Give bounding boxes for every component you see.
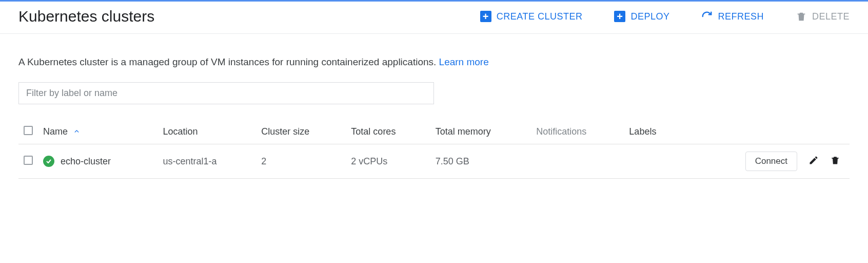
description-text: A Kubernetes cluster is a managed group … <box>18 57 439 67</box>
column-labels[interactable]: Labels <box>624 120 681 144</box>
column-name[interactable]: Name <box>38 120 157 144</box>
column-total-memory[interactable]: Total memory <box>430 120 531 144</box>
select-all-checkbox[interactable] <box>24 126 33 135</box>
table-row: echo-cluster us-central1-a 2 2 vCPUs 7.5… <box>18 144 850 179</box>
column-actions <box>681 120 850 144</box>
status-ok-icon <box>43 156 54 167</box>
column-notifications[interactable]: Notifications <box>531 120 624 144</box>
sort-asc-icon <box>73 128 80 136</box>
delete-button[interactable]: Delete <box>796 11 850 22</box>
column-total-cores[interactable]: Total cores <box>346 120 430 144</box>
page-title: Kubernetes clusters <box>18 8 154 25</box>
plus-icon: + <box>480 11 491 22</box>
cell-labels <box>624 144 681 179</box>
content: A Kubernetes cluster is a managed group … <box>0 34 868 190</box>
row-actions: Connect <box>686 152 844 171</box>
description: A Kubernetes cluster is a managed group … <box>18 57 850 68</box>
trash-icon[interactable] <box>830 155 840 168</box>
delete-label: Delete <box>812 11 850 22</box>
learn-more-link[interactable]: Learn more <box>439 57 489 67</box>
refresh-icon <box>701 11 713 22</box>
edit-icon[interactable] <box>808 155 819 168</box>
row-checkbox[interactable] <box>24 156 33 165</box>
cell-total-cores: 2 vCPUs <box>346 144 430 179</box>
cluster-name[interactable]: echo-cluster <box>61 156 111 167</box>
select-all-header <box>18 120 38 144</box>
deploy-button[interactable]: + Deploy <box>614 11 669 22</box>
trash-icon <box>796 11 807 22</box>
name-cell: echo-cluster <box>43 156 152 167</box>
cell-total-memory: 7.50 GB <box>430 144 531 179</box>
cell-location: us-central1-a <box>157 144 256 179</box>
cluster-table: Name Location Cluster size Total cores T… <box>18 120 850 179</box>
column-cluster-size[interactable]: Cluster size <box>256 120 346 144</box>
cell-notifications <box>531 144 624 179</box>
toolbar: Kubernetes clusters + Create cluster + D… <box>0 2 868 34</box>
toolbar-actions: + Create cluster + Deploy Refresh Delete <box>480 11 850 22</box>
filter-input[interactable] <box>18 82 434 104</box>
deploy-label: Deploy <box>630 11 669 22</box>
plus-icon: + <box>614 11 625 22</box>
column-name-label: Name <box>43 126 68 137</box>
refresh-button[interactable]: Refresh <box>701 11 764 22</box>
table-header: Name Location Cluster size Total cores T… <box>18 120 850 144</box>
connect-button[interactable]: Connect <box>745 152 797 171</box>
create-cluster-button[interactable]: + Create cluster <box>480 11 583 22</box>
refresh-label: Refresh <box>718 11 764 22</box>
column-location[interactable]: Location <box>157 120 256 144</box>
create-cluster-label: Create cluster <box>497 11 583 22</box>
cell-cluster-size: 2 <box>256 144 346 179</box>
